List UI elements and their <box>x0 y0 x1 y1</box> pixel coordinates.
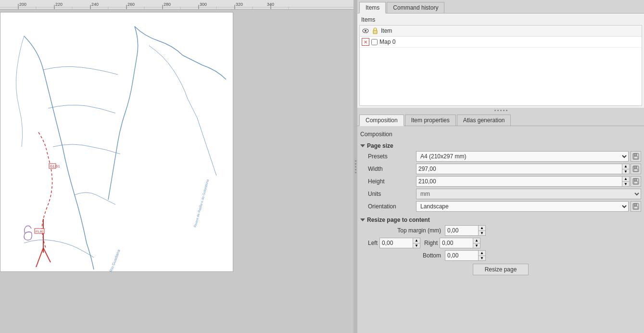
items-table-row[interactable]: ✕ Map 0 <box>360 37 642 48</box>
tab-items[interactable]: Items <box>359 2 386 13</box>
width-spinner-buttons: ▲ ▼ <box>622 164 630 174</box>
bottom-margin-row: Bottom ▲ ▼ <box>360 250 641 261</box>
row-lock-checkbox[interactable] <box>371 39 378 45</box>
bottom-margin-increment-btn[interactable]: ▲ <box>479 251 485 256</box>
width-input[interactable] <box>416 164 622 174</box>
right-margin-item: Right ▲ ▼ <box>424 238 480 248</box>
presets-select[interactable]: A4 (210x297 mm) <box>416 151 629 162</box>
items-table: Item ✕ Map 0 <box>359 25 642 106</box>
left-margin-item: Left ▲ ▼ <box>368 238 420 248</box>
h-dot-5 <box>506 110 507 111</box>
orientation-save-btn[interactable] <box>631 201 641 212</box>
height-decrement-btn[interactable]: ▼ <box>622 182 629 187</box>
svg-line-26 <box>36 248 43 267</box>
items-table-header: Item <box>360 26 642 37</box>
top-margin-label: Top margin (mm) <box>368 227 445 234</box>
svg-text:300: 300 <box>200 2 207 7</box>
tab-command-history[interactable]: Command history <box>387 2 444 13</box>
top-margin-row: Top margin (mm) ▲ ▼ <box>360 225 641 236</box>
right-panel: Items Command history Items Item ✕ Map 0 <box>357 0 644 333</box>
width-save-btn[interactable] <box>631 164 641 174</box>
vertical-splitter[interactable] <box>354 0 357 333</box>
width-row: Width ▲ ▼ <box>360 164 641 174</box>
ruler-svg: 200 220 240 260 280 300 320 340 <box>0 0 354 10</box>
tab-item-properties[interactable]: Item properties <box>405 115 456 126</box>
resize-section-header: Resize page to content <box>360 215 641 225</box>
map-svg: G1:G1 P1.80 Río Guadiana Rivera de Ratil… <box>0 12 233 272</box>
right-margin-input[interactable] <box>440 238 473 248</box>
bottom-tabs: Composition Item properties Atlas genera… <box>357 113 644 126</box>
map-canvas: G1:G1 P1.80 Río Guadiana Rivera de Ratil… <box>0 10 354 333</box>
height-label: Height <box>368 178 416 185</box>
h-dot-2 <box>497 110 499 111</box>
page-size-collapse-icon[interactable] <box>360 144 365 147</box>
left-margin-input[interactable] <box>379 238 413 248</box>
resize-collapse-icon[interactable] <box>360 218 365 221</box>
items-table-empty <box>360 48 642 105</box>
h-dot-4 <box>503 110 505 111</box>
left-margin-decrement-btn[interactable]: ▼ <box>413 243 420 248</box>
svg-rect-45 <box>634 181 638 184</box>
left-margin-increment-btn[interactable]: ▲ <box>413 238 420 243</box>
svg-text:200: 200 <box>19 2 26 7</box>
svg-rect-47 <box>634 204 637 206</box>
svg-text:240: 240 <box>91 2 99 7</box>
svg-text:340: 340 <box>267 2 274 7</box>
composition-title: Composition <box>360 129 641 141</box>
top-margin-increment-btn[interactable]: ▲ <box>479 226 485 231</box>
units-label: Units <box>368 191 416 197</box>
horizontal-splitter[interactable] <box>357 108 644 113</box>
tab-atlas-generation[interactable]: Atlas generation <box>457 115 511 126</box>
bottom-margin-input[interactable] <box>445 250 479 261</box>
page-size-section-header: Page size <box>360 141 641 151</box>
width-label: Width <box>368 166 416 172</box>
svg-text:Rivera de Ratilla o de Golondr: Rivera de Ratilla o de Golondrina <box>193 179 209 228</box>
top-margin-decrement-btn[interactable]: ▼ <box>479 231 485 236</box>
svg-text:280: 280 <box>164 2 171 7</box>
splitter-dot-5 <box>355 172 356 173</box>
units-select[interactable]: mm <box>416 189 641 199</box>
svg-rect-36 <box>373 30 377 34</box>
row-item-name: Map 0 <box>379 38 395 45</box>
header-visible-icon <box>362 27 369 35</box>
header-lock-icon <box>371 27 379 35</box>
right-margin-input-group: ▲ ▼ <box>440 238 480 248</box>
map-area: 200 220 240 260 280 300 320 340 <box>0 0 354 333</box>
tab-composition[interactable]: Composition <box>359 115 404 126</box>
presets-select-group: A4 (210x297 mm) <box>416 151 641 162</box>
svg-text:320: 320 <box>236 2 243 7</box>
svg-rect-48 <box>634 206 638 209</box>
right-margin-decrement-btn[interactable]: ▼ <box>473 243 480 248</box>
bottom-margin-label: Bottom <box>368 252 445 259</box>
presets-save-btn[interactable] <box>631 151 641 162</box>
bottom-margin-decrement-btn[interactable]: ▼ <box>479 256 485 261</box>
top-margin-spinner: ▲ ▼ <box>479 225 486 236</box>
right-margin-spinner: ▲ ▼ <box>473 238 480 248</box>
svg-rect-42 <box>634 169 638 171</box>
h-splitter-handle <box>494 110 507 111</box>
items-section-label: Items <box>359 15 642 24</box>
height-input-group: ▲ ▼ <box>416 176 630 187</box>
row-visibility-icon[interactable]: ✕ <box>362 38 369 46</box>
presets-row: Presets A4 (210x297 mm) <box>360 151 641 162</box>
width-decrement-btn[interactable]: ▼ <box>622 169 629 174</box>
splitter-handle <box>355 160 356 173</box>
resize-page-button[interactable]: Resize page <box>473 264 529 275</box>
svg-text:G1:G1: G1:G1 <box>50 165 60 168</box>
svg-point-35 <box>365 30 366 32</box>
height-save-btn[interactable] <box>631 176 641 187</box>
h-dot-1 <box>494 110 496 111</box>
splitter-dot-3 <box>355 166 356 167</box>
svg-line-27 <box>43 248 51 262</box>
top-margin-input[interactable] <box>445 225 479 236</box>
top-tabs: Items Command history <box>357 0 644 13</box>
items-panel: Items Item ✕ Map 0 <box>357 13 644 108</box>
orientation-select[interactable]: Landscape <box>416 201 629 212</box>
height-spinner-buttons: ▲ ▼ <box>622 176 630 187</box>
height-increment-btn[interactable]: ▲ <box>622 177 629 182</box>
svg-rect-38 <box>634 154 637 156</box>
right-margin-increment-btn[interactable]: ▲ <box>473 238 480 243</box>
right-margin-label: Right <box>424 240 438 246</box>
height-input[interactable] <box>416 176 622 187</box>
width-increment-btn[interactable]: ▲ <box>622 164 629 169</box>
